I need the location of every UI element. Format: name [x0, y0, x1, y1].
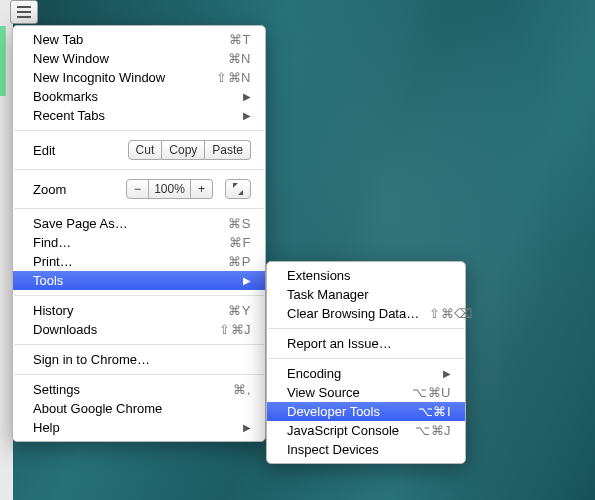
menu-label: Sign in to Chrome… [33, 352, 251, 367]
fullscreen-icon [233, 183, 243, 195]
browser-tab-edge [0, 26, 6, 96]
submenu-arrow-icon: ▶ [233, 91, 251, 102]
menu-shortcut: ⌘, [223, 382, 251, 397]
menu-separator [14, 374, 264, 375]
menu-label: Encoding [287, 366, 433, 381]
menu-label: Inspect Devices [287, 442, 451, 457]
menu-item-bookmarks[interactable]: Bookmarks ▶ [13, 87, 265, 106]
menu-item-new-tab[interactable]: New Tab ⌘T [13, 30, 265, 49]
menu-label: Print… [33, 254, 218, 269]
menu-label: View Source [287, 385, 402, 400]
menu-label: New Incognito Window [33, 70, 206, 85]
menu-label: JavaScript Console [287, 423, 405, 438]
menu-item-settings[interactable]: Settings ⌘, [13, 380, 265, 399]
menu-shortcut: ⌘Y [218, 303, 251, 318]
cut-button[interactable]: Cut [128, 140, 163, 160]
menu-item-find[interactable]: Find… ⌘F [13, 233, 265, 252]
menu-item-tools[interactable]: Tools ▶ [13, 271, 265, 290]
menu-shortcut: ⌥⌘U [402, 385, 451, 400]
menu-label: Save Page As… [33, 216, 218, 231]
submenu-arrow-icon: ▶ [233, 275, 251, 286]
menu-label: History [33, 303, 218, 318]
menu-item-help[interactable]: Help ▶ [13, 418, 265, 437]
menu-label: Bookmarks [33, 89, 233, 104]
menu-label: Downloads [33, 322, 209, 337]
menu-separator [268, 358, 464, 359]
menu-shortcut: ⌘P [218, 254, 251, 269]
menu-label: Extensions [287, 268, 451, 283]
menu-shortcut: ⌥⌘J [405, 423, 451, 438]
menu-label: Recent Tabs [33, 108, 233, 123]
menu-shortcut: ⇧⌘N [206, 70, 251, 85]
menu-item-downloads[interactable]: Downloads ⇧⌘J [13, 320, 265, 339]
paste-button[interactable]: Paste [205, 140, 251, 160]
zoom-in-button[interactable]: + [191, 179, 213, 199]
tools-submenu: Extensions Task Manager Clear Browsing D… [266, 261, 466, 464]
menu-shortcut: ⌘S [218, 216, 251, 231]
hamburger-icon [17, 6, 31, 8]
menu-label: Tools [33, 273, 233, 288]
submenu-item-javascript-console[interactable]: JavaScript Console ⌥⌘J [267, 421, 465, 440]
menu-label: New Window [33, 51, 218, 66]
fullscreen-button[interactable] [225, 179, 251, 199]
menu-item-sign-in[interactable]: Sign in to Chrome… [13, 350, 265, 369]
menu-label: Settings [33, 382, 223, 397]
submenu-item-task-manager[interactable]: Task Manager [267, 285, 465, 304]
menu-item-new-incognito[interactable]: New Incognito Window ⇧⌘N [13, 68, 265, 87]
menu-label: New Tab [33, 32, 219, 47]
menu-label: Developer Tools [287, 404, 408, 419]
menu-label: Edit [33, 143, 128, 158]
menu-shortcut: ⌘T [219, 32, 251, 47]
menu-shortcut: ⌘F [219, 235, 251, 250]
menu-label: Report an Issue… [287, 336, 451, 351]
menu-item-about[interactable]: About Google Chrome [13, 399, 265, 418]
menu-label: Clear Browsing Data… [287, 306, 419, 321]
menu-label: Find… [33, 235, 219, 250]
zoom-out-button[interactable]: − [126, 179, 149, 199]
menu-separator [14, 208, 264, 209]
chrome-menu-button[interactable] [10, 0, 38, 24]
menu-shortcut: ⌘N [218, 51, 251, 66]
menu-label: Zoom [33, 182, 126, 197]
menu-shortcut: ⇧⌘J [209, 322, 251, 337]
menu-item-recent-tabs[interactable]: Recent Tabs ▶ [13, 106, 265, 125]
zoom-level: 100% [149, 179, 191, 199]
submenu-item-extensions[interactable]: Extensions [267, 266, 465, 285]
menu-separator [14, 130, 264, 131]
submenu-item-developer-tools[interactable]: Developer Tools ⌥⌘I [267, 402, 465, 421]
submenu-item-inspect-devices[interactable]: Inspect Devices [267, 440, 465, 459]
submenu-arrow-icon: ▶ [233, 422, 251, 433]
menu-separator [14, 344, 264, 345]
menu-separator [14, 169, 264, 170]
submenu-item-encoding[interactable]: Encoding ▶ [267, 364, 465, 383]
menu-separator [268, 328, 464, 329]
menu-item-save-page-as[interactable]: Save Page As… ⌘S [13, 214, 265, 233]
menu-label: Task Manager [287, 287, 451, 302]
menu-item-new-window[interactable]: New Window ⌘N [13, 49, 265, 68]
menu-separator [14, 295, 264, 296]
menu-item-zoom: Zoom − 100% + [13, 175, 265, 203]
submenu-item-report-issue[interactable]: Report an Issue… [267, 334, 465, 353]
chrome-main-menu: New Tab ⌘T New Window ⌘N New Incognito W… [12, 25, 266, 442]
menu-item-edit: Edit Cut Copy Paste [13, 136, 265, 164]
submenu-item-clear-browsing-data[interactable]: Clear Browsing Data… ⇧⌘⌫ [267, 304, 465, 323]
copy-button[interactable]: Copy [162, 140, 205, 160]
submenu-arrow-icon: ▶ [433, 368, 451, 379]
menu-shortcut: ⌥⌘I [408, 404, 451, 419]
submenu-arrow-icon: ▶ [233, 110, 251, 121]
menu-item-print[interactable]: Print… ⌘P [13, 252, 265, 271]
menu-label: About Google Chrome [33, 401, 251, 416]
menu-shortcut: ⇧⌘⌫ [419, 306, 473, 321]
menu-item-history[interactable]: History ⌘Y [13, 301, 265, 320]
submenu-item-view-source[interactable]: View Source ⌥⌘U [267, 383, 465, 402]
menu-label: Help [33, 420, 233, 435]
